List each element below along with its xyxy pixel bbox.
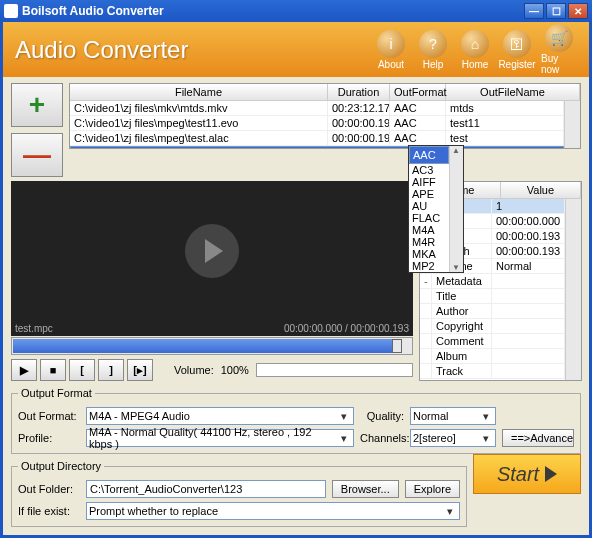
file-table-scrollbar[interactable] <box>564 101 580 149</box>
dropdown-item[interactable]: AAC <box>409 146 449 164</box>
dropdown-item[interactable]: AIFF <box>409 176 449 188</box>
add-file-button[interactable]: + <box>11 83 63 127</box>
file-row[interactable]: C:\video1\zj files\mpeg\test.alac00:00:0… <box>70 131 564 146</box>
help-icon: ? <box>419 30 447 58</box>
output-format-group: Output Format Out Format: M4A - MPEG4 Au… <box>11 387 581 454</box>
dropdown-item[interactable]: APE <box>409 188 449 200</box>
preview-pane[interactable] <box>11 181 413 321</box>
explore-button[interactable]: Explore <box>405 480 460 498</box>
header-help-button[interactable]: ?Help <box>415 30 451 70</box>
profile-select[interactable]: M4A - Normal Quality( 44100 Hz, stereo ,… <box>86 429 354 447</box>
play-triangle-icon <box>545 466 557 482</box>
minimize-button[interactable]: — <box>524 3 544 19</box>
prop-row[interactable]: Copyright <box>420 319 565 334</box>
out-format-select[interactable]: M4A - MPEG4 Audio▾ <box>86 407 354 425</box>
about-icon: i <box>377 30 405 58</box>
register-icon: ⚿ <box>503 30 531 58</box>
app-header: Audio Converter iAbout?Help⌂Home⚿Registe… <box>3 22 589 77</box>
dropdown-scrollbar[interactable] <box>449 146 463 272</box>
prop-row[interactable]: Album <box>420 349 565 364</box>
advance-button[interactable]: ==>Advance <box>502 429 574 447</box>
profile-label: Profile: <box>18 432 80 444</box>
dropdown-item[interactable]: MKA <box>409 248 449 260</box>
volume-slider[interactable] <box>256 363 413 377</box>
seek-slider[interactable] <box>11 337 413 355</box>
step-button[interactable]: [▸] <box>127 359 153 381</box>
window-title: Boilsoft Audio Converter <box>22 4 164 18</box>
out-folder-label: Out Folder: <box>18 483 80 495</box>
out-folder-input[interactable]: C:\Torrent_AudioConverter\123 <box>86 480 326 498</box>
propgrid-scrollbar[interactable] <box>565 199 581 380</box>
quality-select[interactable]: Normal▾ <box>410 407 496 425</box>
play-button[interactable]: ▶ <box>11 359 37 381</box>
dropdown-item[interactable]: AC3 <box>409 164 449 176</box>
prop-row[interactable]: Comment <box>420 334 565 349</box>
dropdown-item[interactable]: M4R <box>409 236 449 248</box>
prop-row[interactable]: Track <box>420 364 565 379</box>
app-icon <box>4 4 18 18</box>
if-exist-select[interactable]: Prompt whether to replace▾ <box>86 502 460 520</box>
output-directory-group: Output Directory Out Folder: C:\Torrent_… <box>11 460 467 527</box>
dropdown-item[interactable]: AU <box>409 200 449 212</box>
output-directory-legend: Output Directory <box>18 460 104 472</box>
volume-value: 100% <box>221 364 249 376</box>
volume-label: Volume: <box>174 364 214 376</box>
start-button[interactable]: Start <box>473 454 581 494</box>
header-register-button[interactable]: ⚿Register <box>499 30 535 70</box>
if-exist-label: If file exist: <box>18 505 80 517</box>
col-filename[interactable]: FileName <box>70 84 328 100</box>
header-about-button[interactable]: iAbout <box>373 30 409 70</box>
prop-row[interactable]: Title <box>420 289 565 304</box>
buy now-icon: 🛒 <box>545 24 573 52</box>
col-outformat[interactable]: OutFormat <box>390 84 446 100</box>
prop-col-value: Value <box>501 182 582 198</box>
out-format-label: Out Format: <box>18 410 80 422</box>
maximize-button[interactable]: ☐ <box>546 3 566 19</box>
titlebar[interactable]: Boilsoft Audio Converter — ☐ ✕ <box>0 0 592 22</box>
file-row[interactable]: C:\video1\zj files\mpeg\test.mpc00:00:00… <box>70 146 564 149</box>
prop-row[interactable]: -Metadata <box>420 274 565 289</box>
stop-button[interactable]: ■ <box>40 359 66 381</box>
mark-in-button[interactable]: [ <box>69 359 95 381</box>
file-table[interactable]: FileName Duration OutFormat OutFileName … <box>69 83 581 149</box>
file-row[interactable]: C:\video1\zj files\mkv\mtds.mkv00:23:12.… <box>70 101 564 116</box>
format-dropdown[interactable]: AACAC3AIFFAPEAUFLACM4AM4RMKAMP2 <box>408 145 464 273</box>
app-title: Audio Converter <box>15 36 367 64</box>
close-button[interactable]: ✕ <box>568 3 588 19</box>
channels-select[interactable]: 2[stereo]▾ <box>410 429 496 447</box>
channels-label: Channels: <box>360 432 404 444</box>
dropdown-item[interactable]: M4A <box>409 224 449 236</box>
header-buy-now-button[interactable]: 🛒Buy now <box>541 24 577 75</box>
output-format-legend: Output Format <box>18 387 95 399</box>
file-row[interactable]: C:\video1\zj files\mpeg\test11.evo00:00:… <box>70 116 564 131</box>
dropdown-item[interactable]: FLAC <box>409 212 449 224</box>
preview-time: 00:00:00.000 / 00:00:00.193 <box>284 323 409 334</box>
remove-file-button[interactable]: — <box>11 133 63 177</box>
browse-button[interactable]: Browser... <box>332 480 399 498</box>
quality-label: Quality: <box>360 410 404 422</box>
dropdown-item[interactable]: MP2 <box>409 260 449 272</box>
prop-row[interactable]: Author <box>420 304 565 319</box>
home-icon: ⌂ <box>461 30 489 58</box>
mark-out-button[interactable]: ] <box>98 359 124 381</box>
col-duration[interactable]: Duration <box>328 84 390 100</box>
preview-file: test.mpc <box>15 323 53 334</box>
play-icon[interactable] <box>185 224 239 278</box>
col-outfilename[interactable]: OutFileName <box>446 84 580 100</box>
header-home-button[interactable]: ⌂Home <box>457 30 493 70</box>
